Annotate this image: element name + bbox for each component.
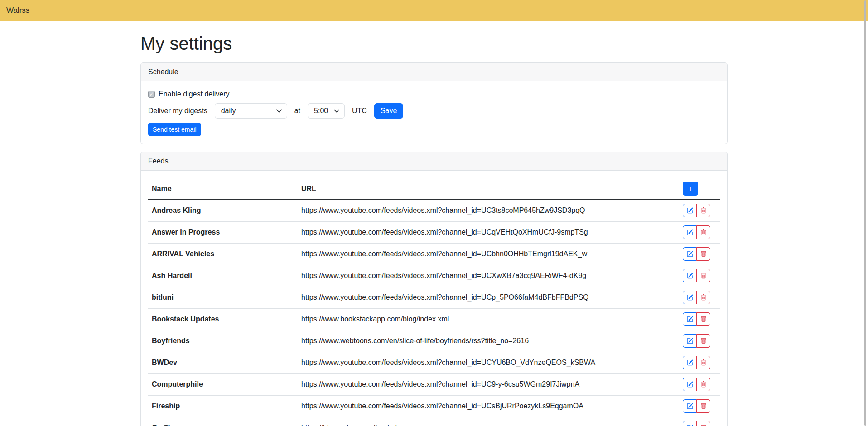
feed-actions-cell [679,221,720,243]
feed-actions-group [683,204,710,217]
pencil-square-icon [687,251,693,257]
feed-name-cell: Answer In Progress [148,221,298,243]
edit-feed-button[interactable] [683,225,697,239]
delete-feed-button[interactable] [696,204,710,217]
feed-url-cell: https://blog.golang.org/feed.atom [298,417,679,426]
feed-actions-cell [679,373,720,395]
feeds-table-header-row: Name URL + [148,178,720,200]
checkbox-check-icon: ✓ [149,91,154,97]
feed-name-cell: ARRIVAL Vehicles [148,243,298,265]
feed-actions-group [683,334,710,348]
table-row: BWDev https://www.youtube.com/feeds/vide… [148,352,720,373]
feed-url-cell: https://www.youtube.com/feeds/videos.xml… [298,243,679,265]
delete-feed-button[interactable] [696,291,710,304]
feed-actions-group [683,225,710,239]
edit-feed-button[interactable] [683,291,697,304]
feed-actions-group [683,312,710,326]
feed-actions-group [683,291,710,304]
feed-actions-group [683,378,710,391]
vertical-scrollbar[interactable] [864,0,866,426]
plus-icon: + [689,185,692,192]
feed-name-cell: Bookstack Updates [148,308,298,330]
feed-url-cell: https://www.bookstackapp.com/blog/index.… [298,308,679,330]
edit-feed-button[interactable] [683,204,697,217]
feed-name-cell: Ash Hardell [148,265,298,287]
deliver-label: Deliver my digests [148,107,207,115]
pencil-square-icon [687,273,693,279]
schedule-card: Schedule ✓ Enable digest delivery Delive… [140,62,728,144]
table-row: ARRIVAL Vehicles https://www.youtube.com… [148,243,720,265]
feed-actions-cell [679,265,720,287]
feed-actions-group [683,399,710,413]
edit-feed-button[interactable] [683,399,697,413]
delete-feed-button[interactable] [696,312,710,326]
trash-icon [700,381,707,388]
trash-icon [700,207,707,214]
table-row: Go Time https://blog.golang.org/feed.ato… [148,417,720,426]
delete-feed-button[interactable] [696,247,710,261]
trash-icon [700,273,707,279]
delete-feed-button[interactable] [696,378,710,391]
enable-digest-label[interactable]: Enable digest delivery [159,90,230,98]
feed-url-cell: https://www.youtube.com/feeds/videos.xml… [298,287,679,308]
page-title: My settings [140,33,728,54]
delete-feed-button[interactable] [696,269,710,282]
frequency-selected-value: daily [221,107,236,115]
table-row: Andreas Kling https://www.youtube.com/fe… [148,200,720,221]
navbar: Walrss [0,0,868,21]
trash-icon [700,229,707,235]
delete-feed-button[interactable] [696,356,710,369]
trash-icon [700,251,707,257]
edit-feed-button[interactable] [683,421,697,426]
feed-url-cell: https://www.youtube.com/feeds/videos.xml… [298,373,679,395]
frequency-select[interactable]: daily [215,103,287,119]
edit-feed-button[interactable] [683,247,697,261]
edit-feed-button[interactable] [683,312,697,326]
trash-icon [700,403,707,409]
feed-actions-cell [679,243,720,265]
edit-feed-button[interactable] [683,269,697,282]
feed-actions-cell [679,308,720,330]
edit-feed-button[interactable] [683,334,697,348]
feed-actions-group [683,356,710,369]
feed-actions-group [683,421,710,426]
enable-digest-checkbox[interactable]: ✓ [148,91,155,98]
feed-actions-cell [679,200,720,221]
feed-name-cell: BWDev [148,352,298,373]
delete-feed-button[interactable] [696,334,710,348]
feeds-card-body: Name URL + Andreas Kling https://www.you… [141,171,727,426]
feed-name-cell: Boyfriends [148,330,298,352]
table-row: Ash Hardell https://www.youtube.com/feed… [148,265,720,287]
edit-feed-button[interactable] [683,356,697,369]
delivery-controls-row: Deliver my digests daily at 5:00 UTC Sav… [148,103,720,119]
feed-url-cell: https://www.youtube.com/feeds/videos.xml… [298,265,679,287]
enable-digest-row: ✓ Enable digest delivery [148,89,720,100]
pencil-square-icon [687,338,693,344]
chevron-down-icon [333,108,340,114]
feeds-card: Feeds Name URL + Andreas Kling h [140,152,728,426]
navbar-brand[interactable]: Walrss [6,6,29,15]
main-content: My settings Schedule ✓ Enable digest del… [140,33,728,426]
feed-name-cell: Andreas Kling [148,200,298,221]
time-select[interactable]: 5:00 [308,103,345,119]
feed-name-cell: bitluni [148,287,298,308]
feed-actions-group [683,269,710,282]
edit-feed-button[interactable] [683,378,697,391]
save-button[interactable]: Save [374,103,403,119]
send-test-email-button[interactable]: Send test email [148,123,201,136]
pencil-square-icon [687,229,693,235]
delete-feed-button[interactable] [696,399,710,413]
timezone-label: UTC [352,107,367,115]
feed-actions-cell [679,417,720,426]
column-header-actions: + [679,178,720,200]
table-row: bitluni https://www.youtube.com/feeds/vi… [148,287,720,308]
pencil-square-icon [687,294,693,301]
feed-url-cell: https://www.youtube.com/feeds/videos.xml… [298,200,679,221]
trash-icon [700,316,707,322]
feed-url-cell: https://www.webtoons.com/en/slice-of-lif… [298,330,679,352]
delete-feed-button[interactable] [696,225,710,239]
add-feed-button[interactable]: + [683,182,698,196]
delete-feed-button[interactable] [696,421,710,426]
feed-actions-cell [679,395,720,417]
feed-actions-group [683,247,710,261]
